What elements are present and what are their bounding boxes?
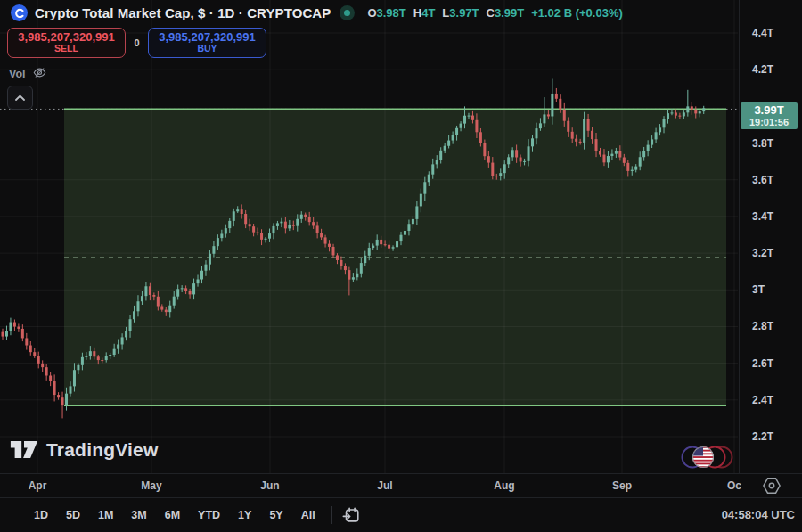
range-button-3m[interactable]: 3M xyxy=(124,506,153,524)
cryptocap-logo-icon xyxy=(11,4,28,21)
price-tick-label: 2.4T xyxy=(752,394,773,406)
symbol-header: Crypto Total Market Cap, $ · 1D · CRYPTO… xyxy=(11,4,623,21)
buy-value: 3,985,207,320,991 xyxy=(159,31,255,45)
range-button-1d[interactable]: 1D xyxy=(27,506,55,524)
candlestick-canvas[interactable] xyxy=(0,0,738,473)
tradingview-logo[interactable]: TradingView xyxy=(9,438,159,461)
price-tick-label: 4.4T xyxy=(752,27,773,39)
price-tick-label: 3T xyxy=(752,283,765,296)
market-status-icon[interactable] xyxy=(340,5,355,20)
chart-settings-icon[interactable] xyxy=(762,477,782,498)
high-value: 4T xyxy=(421,6,435,20)
sell-button[interactable]: 3,985,207,320,991 SELL xyxy=(7,28,126,58)
time-tick-label: Oc xyxy=(727,479,741,492)
open-value: 3.98T xyxy=(377,6,406,20)
time-axis[interactable]: AprMayJunJulAugSepOc xyxy=(0,473,802,497)
time-tick-label: Aug xyxy=(494,479,514,492)
last-price-badge: 3.99T 19:01:56 xyxy=(741,102,798,129)
range-button-ytd[interactable]: YTD xyxy=(191,506,227,524)
sell-value: 3,985,207,320,991 xyxy=(18,31,114,45)
range-button-6m[interactable]: 6M xyxy=(158,506,187,524)
close-label: C xyxy=(487,6,495,20)
volume-label[interactable]: Vol xyxy=(9,68,26,80)
time-tick-label: Apr xyxy=(29,479,47,492)
price-tick-label: 2.6T xyxy=(752,357,773,370)
go-to-date-button[interactable] xyxy=(341,505,361,525)
time-tick-label: Jun xyxy=(260,479,279,492)
range-button-1y[interactable]: 1Y xyxy=(231,506,258,524)
clock-utc[interactable]: 04:58:04 UTC xyxy=(722,508,795,521)
hidden-eye-icon[interactable] xyxy=(32,66,47,82)
chevron-up-icon xyxy=(15,94,25,101)
price-tick-label: 2.8T xyxy=(752,320,773,332)
buy-label: BUY xyxy=(197,44,217,54)
range-button-1m[interactable]: 1M xyxy=(91,506,120,524)
symbol-title[interactable]: Crypto Total Market Cap, $ · 1D · CRYPTO… xyxy=(35,5,331,20)
tradingview-chart-window: Crypto Total Market Cap, $ · 1D · CRYPTO… xyxy=(0,0,802,532)
high-label: H xyxy=(413,6,421,20)
sell-label: SELL xyxy=(54,44,78,54)
price-axis[interactable]: 4.4T4.2T3.8T3.6T3.4T3.2T3T2.8T2.6T2.4T2.… xyxy=(739,0,802,473)
tradingview-wordmark: TradingView xyxy=(46,439,159,461)
country-flags-icon[interactable] xyxy=(681,443,736,475)
price-tick-label: 3.6T xyxy=(752,174,773,186)
range-button-5d[interactable]: 5D xyxy=(59,506,87,524)
close-value: 3.99T xyxy=(495,6,524,20)
bottom-toolbar: 1D5D1M3M6MYTD1Y5YAll xyxy=(0,497,802,532)
price-tick-label: 3.2T xyxy=(752,247,773,259)
last-price-value: 3.99T xyxy=(741,103,798,117)
buy-button[interactable]: 3,985,207,320,991 BUY xyxy=(148,28,266,58)
price-tick-label: 2.2T xyxy=(752,430,773,443)
toolbar-divider xyxy=(331,506,332,524)
change-value: +1.02 B (+0.03%) xyxy=(531,6,623,20)
time-tick-label: Sep xyxy=(612,479,632,492)
time-tick-label: Jul xyxy=(377,479,392,492)
time-tick-label: May xyxy=(141,479,161,492)
tradingview-mark-icon xyxy=(9,438,39,461)
open-label: O xyxy=(367,6,376,20)
range-buttons: 1D5D1M3M6MYTD1Y5YAll xyxy=(27,506,323,524)
bar-countdown: 19:01:56 xyxy=(741,117,798,127)
price-tick-label: 3.8T xyxy=(752,137,773,150)
collapse-panel-button[interactable] xyxy=(7,86,33,110)
range-button-5y[interactable]: 5Y xyxy=(262,506,290,524)
volume-indicator-row: Vol xyxy=(9,66,47,82)
low-label: L xyxy=(442,6,449,20)
range-button-all[interactable]: All xyxy=(294,506,323,524)
trade-panel: 3,985,207,320,991 SELL 0 3,985,207,320,9… xyxy=(7,28,266,58)
price-tick-label: 3.4T xyxy=(752,210,773,223)
price-tick-label: 4.2T xyxy=(752,63,773,76)
low-value: 3.97T xyxy=(449,6,479,20)
calendar-icon xyxy=(341,505,361,525)
ohlc-values: O3.98T H4T L3.97T C3.99T +1.02 B (+0.03%… xyxy=(367,6,622,20)
spread-value: 0 xyxy=(126,37,148,48)
